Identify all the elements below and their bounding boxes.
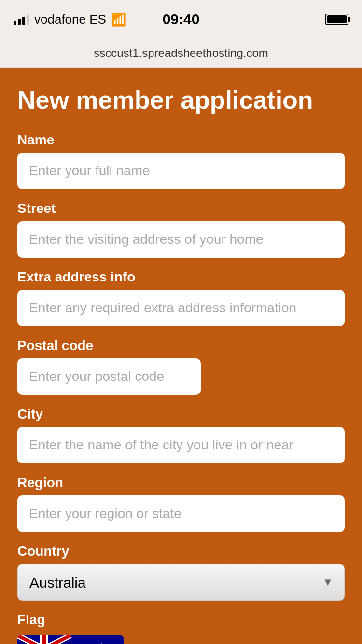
- country-select-wrapper: Australia United States United Kingdom C…: [17, 564, 345, 601]
- wifi-icon: 📶: [111, 12, 126, 27]
- extra-address-field-group: Extra address info: [17, 269, 345, 326]
- name-field-group: Name: [17, 132, 345, 189]
- status-bar: vodafone ES 📶 09:40: [0, 0, 362, 39]
- country-select[interactable]: Australia United States United Kingdom C…: [17, 564, 345, 601]
- extra-address-input[interactable]: [17, 290, 345, 326]
- city-input[interactable]: [17, 427, 345, 463]
- country-label: Country: [17, 544, 345, 559]
- svg-rect-7: [42, 635, 46, 644]
- street-input[interactable]: [17, 221, 345, 258]
- url-text: ssccust1.spreadsheethosting.com: [94, 46, 268, 60]
- battery-indicator: [325, 14, 348, 25]
- postal-code-input[interactable]: [17, 358, 201, 395]
- country-field-group: Country Australia United States United K…: [17, 544, 345, 601]
- region-input[interactable]: [17, 495, 345, 532]
- australia-flag: [17, 635, 124, 644]
- region-field-group: Region: [17, 475, 345, 532]
- signal-icon: [14, 14, 29, 25]
- carrier-label: vodafone ES: [34, 12, 106, 27]
- city-label: City: [17, 406, 345, 422]
- name-input[interactable]: [17, 153, 345, 189]
- flag-label: Flag: [17, 612, 345, 628]
- status-left: vodafone ES 📶: [14, 12, 126, 27]
- page-title: New member application: [17, 85, 345, 115]
- flag-section: Flag: [17, 612, 345, 644]
- postal-code-field-group: Postal code: [17, 338, 345, 395]
- street-field-group: Street: [17, 201, 345, 258]
- battery-icon: [325, 14, 348, 25]
- name-label: Name: [17, 132, 345, 148]
- time-label: 09:40: [163, 11, 200, 28]
- street-label: Street: [17, 201, 345, 216]
- url-bar: ssccust1.spreadsheethosting.com: [0, 39, 362, 68]
- main-content: New member application Name Street Extra…: [0, 68, 362, 644]
- region-label: Region: [17, 475, 345, 490]
- battery-fill: [327, 15, 347, 23]
- city-field-group: City: [17, 406, 345, 463]
- postal-code-label: Postal code: [17, 338, 345, 353]
- extra-address-label: Extra address info: [17, 269, 345, 285]
